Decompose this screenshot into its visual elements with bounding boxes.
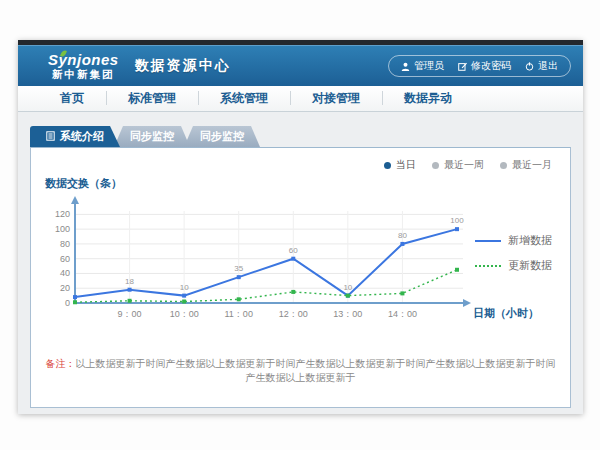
- svg-text:9：00: 9：00: [118, 309, 142, 319]
- svg-text:10: 10: [343, 283, 352, 292]
- main-nav: 首页 标准管理 系统管理 对接管理 数据异动: [18, 86, 583, 112]
- svg-text:80: 80: [60, 239, 70, 249]
- svg-text:18: 18: [125, 277, 134, 286]
- svg-text:100: 100: [450, 216, 464, 225]
- filter-last-month[interactable]: 最近一月: [500, 158, 552, 172]
- radio-dot-icon: [432, 162, 439, 169]
- chart-card: 当日 最近一周 最近一月 数据交换（条） 0204060801001209：00…: [30, 147, 571, 408]
- filter-label: 最近一周: [444, 158, 484, 172]
- svg-text:11：00: 11：00: [225, 309, 253, 319]
- footnote: 备注：以上数据更新于时间产生数据以上数据更新于时间产生数据以上数据更新于时间产生…: [41, 357, 560, 385]
- tab-label: 同步监控: [200, 129, 244, 144]
- legend-item-new-data[interactable]: 新增数据: [475, 233, 552, 248]
- logout-label: 退出: [538, 59, 558, 73]
- filter-label: 最近一月: [512, 158, 552, 172]
- legend-item-updated-data[interactable]: 更新数据: [475, 258, 552, 273]
- current-user-label: 管理员: [414, 59, 444, 73]
- filter-label: 当日: [396, 158, 416, 172]
- svg-text:12：00: 12：00: [279, 309, 308, 319]
- svg-text:13：00: 13：00: [333, 309, 362, 319]
- change-password-label: 修改密码: [471, 59, 511, 73]
- chart-row: 0204060801001209：0010：0011：0012：0013：001…: [41, 191, 560, 337]
- svg-text:40: 40: [60, 268, 70, 278]
- svg-text:60: 60: [60, 254, 70, 264]
- radio-dot-icon: [500, 162, 507, 169]
- tab-sync-monitor-2[interactable]: 同步监控: [184, 126, 260, 147]
- svg-text:35: 35: [234, 264, 243, 273]
- user-icon: [401, 62, 410, 71]
- user-menu: 管理员 修改密码 退出: [388, 55, 571, 77]
- nav-item-data-change[interactable]: 数据异动: [382, 90, 474, 107]
- brand-subtitle: 新中新集团: [52, 69, 115, 80]
- change-password-button[interactable]: 修改密码: [458, 59, 511, 73]
- page-title: 数据资源中心: [135, 57, 231, 75]
- company-logo: Synjones 新中新集团: [48, 52, 119, 80]
- nav-item-system-mgmt[interactable]: 系统管理: [198, 90, 290, 107]
- chart-wrap: 0204060801001209：0010：0011：0012：0013：001…: [41, 191, 471, 337]
- tab-sync-monitor-1[interactable]: 同步监控: [114, 126, 190, 147]
- current-user[interactable]: 管理员: [401, 59, 444, 73]
- svg-text:14：00: 14：00: [388, 309, 417, 319]
- time-range-filters: 当日 最近一周 最近一月: [41, 158, 552, 172]
- svg-text:100: 100: [55, 224, 70, 234]
- legend-label: 更新数据: [508, 258, 552, 273]
- nav-item-standard-mgmt[interactable]: 标准管理: [106, 90, 198, 107]
- footnote-label: 备注：: [46, 358, 76, 369]
- filter-last-week[interactable]: 最近一周: [432, 158, 484, 172]
- legend-label: 新增数据: [508, 233, 552, 248]
- line-chart: 0204060801001209：0010：0011：0012：0013：001…: [41, 191, 471, 333]
- svg-text:20: 20: [60, 283, 70, 293]
- svg-text:60: 60: [289, 246, 298, 255]
- edit-icon: [458, 62, 467, 71]
- document-icon: [46, 131, 55, 143]
- svg-text:10: 10: [180, 283, 189, 292]
- footnote-text: 以上数据更新于时间产生数据以上数据更新于时间产生数据以上数据更新于时间产生数据以…: [76, 358, 556, 383]
- tab-strip: 系统介绍 同步监控 同步监控: [30, 126, 571, 147]
- legend-line-swatch: [475, 265, 501, 267]
- radio-dot-icon: [384, 162, 391, 169]
- app-header: Synjones 新中新集团 数据资源中心 管理员 修改密码 退出: [18, 45, 583, 86]
- tab-system-intro[interactable]: 系统介绍: [30, 126, 120, 147]
- tab-label: 同步监控: [130, 129, 174, 144]
- logout-icon: [525, 62, 534, 71]
- chart-legend: 新增数据 更新数据: [475, 233, 552, 273]
- svg-text:10：00: 10：00: [170, 309, 199, 319]
- x-axis-title: 日期（小时）: [473, 306, 539, 321]
- y-axis-title: 数据交换（条）: [45, 176, 560, 191]
- tab-label: 系统介绍: [60, 129, 104, 144]
- logout-button[interactable]: 退出: [525, 59, 558, 73]
- chart-right-column: 新增数据 更新数据 日期（小时）: [471, 191, 563, 337]
- svg-text:0: 0: [65, 298, 70, 308]
- filter-today[interactable]: 当日: [384, 158, 416, 172]
- nav-item-home[interactable]: 首页: [38, 90, 106, 107]
- svg-text:120: 120: [55, 209, 70, 219]
- content-area: 系统介绍 同步监控 同步监控 当日 最近一周: [18, 112, 583, 414]
- svg-text:80: 80: [398, 231, 407, 240]
- brand-name: Synjones: [48, 52, 119, 67]
- nav-item-docking-mgmt[interactable]: 对接管理: [290, 90, 382, 107]
- app-window: Synjones 新中新集团 数据资源中心 管理员 修改密码 退出: [18, 40, 583, 414]
- legend-line-swatch: [475, 240, 501, 242]
